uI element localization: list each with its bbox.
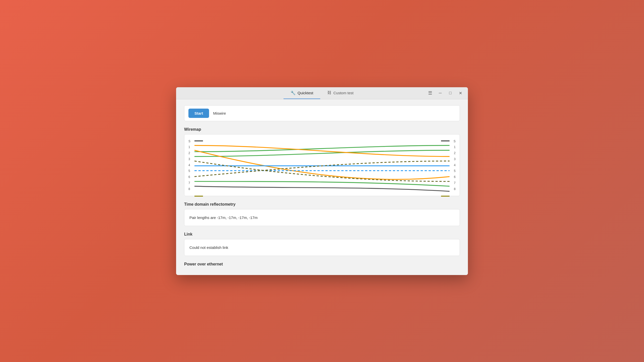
main-window: 🔧 Quicktest ⛓ Custom test ☰ ─ □ ✕ (176, 87, 468, 275)
menu-button[interactable]: ☰ (426, 88, 435, 98)
tab-bar: 🔧 Quicktest ⛓ Custom test (176, 87, 468, 99)
link-section-title: Link (184, 232, 460, 237)
wiremap-area: S 1 2 3 4 5 6 7 8 (188, 138, 456, 193)
tab-quicktest-label: Quicktest (298, 91, 313, 95)
mode-label: Miswire (213, 111, 226, 115)
wiremap-labels-left: S 1 2 3 4 5 6 7 8 (188, 138, 194, 193)
menu-icon: ☰ (428, 90, 432, 96)
maximize-button[interactable]: □ (446, 88, 455, 98)
quicktest-icon: 🔧 (291, 90, 296, 95)
close-icon: ✕ (459, 91, 462, 96)
wiremap-card: S 1 2 3 4 5 6 7 8 (184, 134, 460, 196)
tdr-text: Pair lengths are -17m, -17m, -17m, -17m (188, 213, 456, 222)
start-button[interactable]: Start (188, 109, 209, 118)
wiremap-labels-right: S 1 2 3 4 5 6 7 8 (450, 138, 456, 193)
link-text: Could not establish link (188, 243, 456, 252)
wiremap-svg (194, 138, 450, 200)
link-card: Could not establish link (184, 239, 460, 256)
toolbar: Start Miswire (184, 105, 460, 121)
tdr-section-title: Time domain reflectometry (184, 202, 460, 207)
custom-test-icon: ⛓ (327, 90, 331, 95)
main-content: Start Miswire Wiremap S 1 2 3 4 5 6 7 8 (176, 99, 468, 275)
tab-custom-test-label: Custom test (333, 91, 353, 95)
maximize-icon: □ (449, 91, 452, 95)
poe-section-title: Power over ethernet (184, 262, 460, 266)
window-controls: ☰ ─ □ ✕ (426, 88, 468, 98)
minimize-button[interactable]: ─ (436, 88, 445, 98)
tab-quicktest[interactable]: 🔧 Quicktest (284, 87, 320, 99)
titlebar: 🔧 Quicktest ⛓ Custom test ☰ ─ □ ✕ (176, 87, 468, 99)
close-button[interactable]: ✕ (456, 88, 465, 98)
minimize-icon: ─ (439, 91, 441, 95)
wiremap-section-title: Wiremap (184, 127, 460, 132)
tab-custom-test[interactable]: ⛓ Custom test (320, 87, 360, 99)
tdr-card: Pair lengths are -17m, -17m, -17m, -17m (184, 209, 460, 226)
